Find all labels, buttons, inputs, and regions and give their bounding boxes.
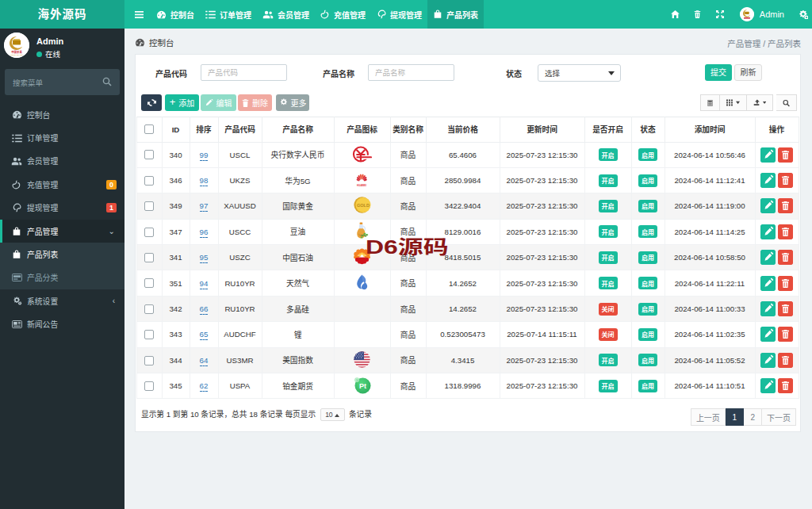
svg-text:GOLD TRADE: GOLD TRADE: [10, 54, 23, 56]
svg-text:Pt: Pt: [359, 382, 366, 390]
svg-text:GOLD: GOLD: [356, 204, 369, 209]
svg-text:中国贸易: 中国贸易: [11, 50, 22, 54]
svg-text:HUAWEI: HUAWEI: [357, 184, 366, 187]
